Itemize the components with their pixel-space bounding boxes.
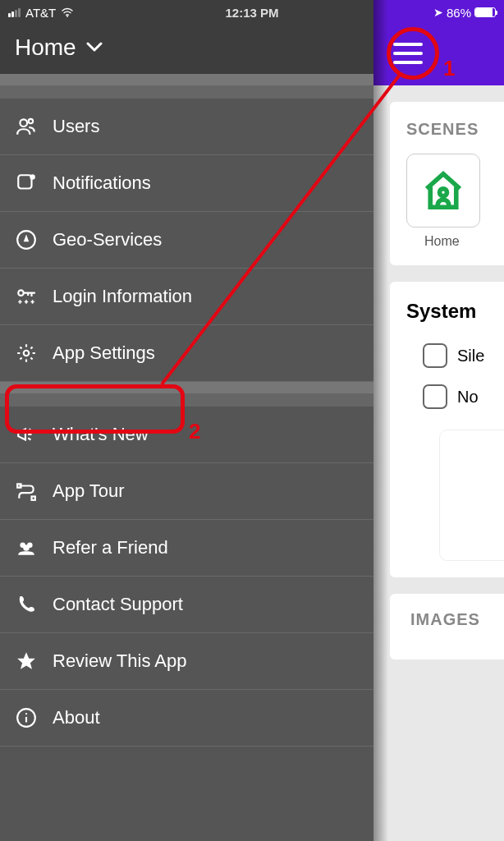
scene-tile-home[interactable] bbox=[406, 154, 480, 227]
menu-item-app-settings[interactable]: App Settings bbox=[0, 325, 373, 382]
info-icon bbox=[15, 706, 38, 729]
menu-item-notifications[interactable]: Notifications bbox=[0, 155, 373, 212]
compass-icon bbox=[15, 228, 38, 251]
menu-label: App Tour bbox=[53, 480, 125, 502]
menu-label: About bbox=[53, 707, 100, 728]
section-divider bbox=[0, 382, 373, 407]
menu-item-login-information[interactable]: Login Information bbox=[0, 269, 373, 325]
main-panel: SCENES Home System Sile No A IMAGES bbox=[373, 0, 504, 841]
section-divider bbox=[0, 74, 373, 99]
phone-icon bbox=[15, 593, 38, 616]
group-icon bbox=[15, 536, 38, 559]
svg-point-6 bbox=[24, 351, 30, 356]
scene-label: Home bbox=[424, 234, 504, 249]
system-title: System bbox=[406, 300, 504, 323]
star-icon bbox=[15, 650, 38, 673]
checkbox-row[interactable]: Sile bbox=[406, 335, 504, 376]
drawer-title: Home bbox=[15, 34, 76, 61]
system-card: System Sile No A bbox=[390, 282, 504, 577]
nav-drawer: Home Users Notifications Geo-Services Lo… bbox=[0, 0, 373, 841]
gear-icon bbox=[15, 342, 38, 365]
images-title: IMAGES bbox=[390, 594, 504, 629]
svg-point-15 bbox=[440, 189, 447, 196]
checkbox-icon[interactable] bbox=[423, 343, 447, 368]
menu-item-contact-support[interactable]: Contact Support bbox=[0, 577, 373, 633]
menu-label: Login Information bbox=[53, 286, 192, 307]
menu-item-whats-new[interactable]: What's New bbox=[0, 407, 373, 463]
svg-point-16 bbox=[66, 16, 68, 17]
svg-point-0 bbox=[20, 119, 27, 126]
signal-icon bbox=[8, 8, 21, 17]
svg-point-3 bbox=[30, 174, 35, 180]
menu-label: App Settings bbox=[53, 342, 155, 364]
battery-icon bbox=[474, 7, 496, 17]
status-bar: AT&T 12:13 PM ➤ 86% bbox=[0, 0, 504, 25]
menu-label: Users bbox=[53, 116, 99, 137]
users-icon bbox=[15, 115, 38, 138]
svg-point-14 bbox=[25, 713, 27, 715]
scenes-card: SCENES Home bbox=[390, 102, 504, 265]
clock: 12:13 PM bbox=[225, 6, 278, 20]
menu-item-about[interactable]: About bbox=[0, 690, 373, 747]
menu-item-geo-services[interactable]: Geo-Services bbox=[0, 212, 373, 269]
menu-label: Contact Support bbox=[53, 594, 183, 615]
battery-pct: 86% bbox=[447, 6, 471, 20]
notifications-icon bbox=[15, 172, 38, 195]
svg-point-1 bbox=[29, 119, 33, 123]
menu-label: Refer a Friend bbox=[53, 537, 168, 558]
wifi-icon bbox=[61, 6, 74, 19]
checkbox-row[interactable]: No bbox=[406, 376, 504, 417]
inner-card: A bbox=[439, 430, 504, 561]
menu-label: Notifications bbox=[53, 172, 151, 194]
menu-item-app-tour[interactable]: App Tour bbox=[0, 463, 373, 520]
svg-rect-2 bbox=[18, 175, 31, 188]
menu-item-users[interactable]: Users bbox=[0, 99, 373, 155]
key-icon bbox=[15, 285, 38, 308]
menu-label: What's New bbox=[53, 424, 149, 445]
carrier-label: AT&T bbox=[25, 6, 56, 20]
location-icon: ➤ bbox=[433, 6, 443, 19]
scenes-title: SCENES bbox=[406, 120, 504, 139]
svg-rect-8 bbox=[32, 497, 35, 500]
menu-item-refer-friend[interactable]: Refer a Friend bbox=[0, 520, 373, 577]
images-card: IMAGES bbox=[390, 594, 504, 659]
hamburger-icon[interactable] bbox=[393, 43, 423, 64]
menu-item-review-app[interactable]: Review This App bbox=[0, 633, 373, 690]
megaphone-icon bbox=[15, 423, 38, 446]
checkbox-label: Sile bbox=[457, 347, 484, 365]
menu-label: Geo-Services bbox=[53, 229, 162, 250]
svg-rect-7 bbox=[17, 484, 21, 487]
chevron-down-icon bbox=[86, 39, 103, 57]
checkbox-icon[interactable] bbox=[423, 384, 447, 409]
checkbox-label: No bbox=[457, 388, 479, 407]
menu-label: Review This App bbox=[53, 650, 186, 672]
svg-point-11 bbox=[23, 545, 30, 551]
route-icon bbox=[15, 480, 38, 503]
svg-point-5 bbox=[18, 290, 24, 296]
